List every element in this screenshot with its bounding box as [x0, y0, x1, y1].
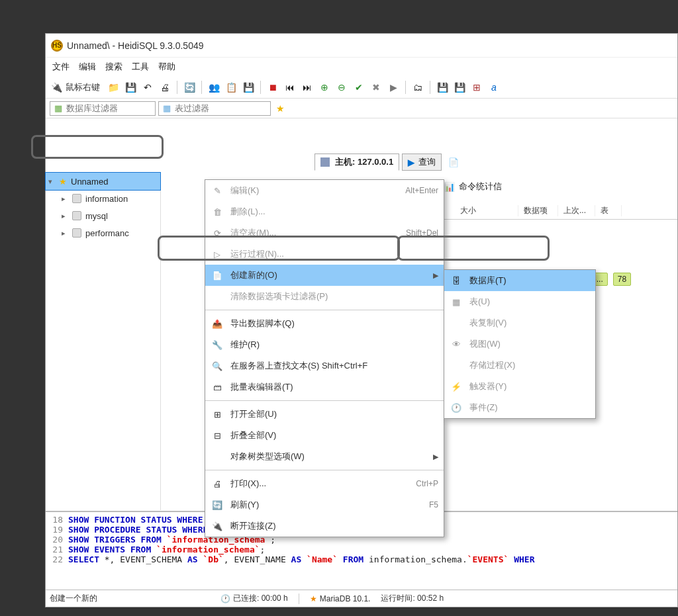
tree-db-information-schema[interactable]: ▸ information — [46, 190, 160, 207]
chart-icon: 📊 — [444, 182, 455, 192]
tree-db-label: performanc — [85, 228, 129, 238]
tab-query[interactable]: ▶ 查询 — [402, 154, 442, 171]
expand-icon[interactable]: ▸ — [62, 229, 68, 238]
cm-find-text[interactable]: 🔍在服务器上查找文本(S) Shift+Ctrl+F — [205, 355, 444, 376]
main-tabs: 主机: 127.0.0.1 ▶ 查询 📄 — [315, 152, 459, 172]
print-menu-icon: 🖨 — [211, 479, 224, 489]
cm-edit[interactable]: ✎编辑(K)Alt+Enter — [205, 180, 444, 201]
tab-add-icon[interactable]: 📄 — [448, 157, 459, 167]
cm-export[interactable]: 📤导出数据脚本(Q) — [205, 313, 444, 334]
connect-icon[interactable]: 🔌 — [50, 81, 63, 94]
save-session-icon[interactable]: 💾 — [242, 81, 255, 94]
db-filter-input[interactable]: ▦ 数据库过滤器 — [50, 101, 156, 116]
cm-maintenance[interactable]: 🔧维护(R) — [205, 334, 444, 355]
refresh-icon[interactable]: 🔄 — [183, 81, 196, 94]
add-icon[interactable]: ⊕ — [318, 81, 331, 94]
cm-export-label: 导出数据脚本(Q) — [230, 318, 438, 330]
cancel-icon[interactable]: ✖ — [369, 81, 383, 94]
run-proc-icon: ▷ — [211, 249, 224, 259]
sql-line-22: 22SELECT *, EVENT_SCHEMA AS `Db`, EVENT_… — [50, 554, 673, 564]
open-icon[interactable]: 📁 — [107, 81, 120, 94]
run-icon[interactable]: ▶ — [387, 81, 400, 94]
filter-toolbar-icon[interactable]: 🗂 — [411, 81, 424, 94]
cm-edit-shortcut: Alt+Enter — [405, 186, 438, 195]
cm-print-shortcut: Ctrl+P — [416, 479, 438, 488]
cm-refresh[interactable]: 🔄刷新(Y)F5 — [205, 494, 444, 515]
print-icon[interactable]: 🖨 — [158, 81, 171, 94]
sm-view[interactable]: 👁视图(W) — [444, 333, 595, 355]
subtab-commands[interactable]: 📊命令统计信 — [444, 178, 502, 195]
host-icon — [320, 157, 330, 167]
sm-trigger-label: 触发器(Y) — [469, 380, 507, 392]
menu-file[interactable]: 文件 — [52, 61, 70, 73]
cm-maintenance-label: 维护(R) — [230, 339, 438, 351]
first-icon[interactable]: ⏮ — [283, 81, 297, 94]
cm-print[interactable]: 🖨打印(X)...Ctrl+P — [205, 473, 444, 494]
cm-expand-all[interactable]: ⊞打开全部(U) — [205, 404, 444, 425]
th-size[interactable]: 大小 — [455, 205, 518, 216]
tree-root-unnamed[interactable]: ▾ ★ Unnamed — [46, 173, 160, 190]
menu-search[interactable]: 搜索 — [105, 61, 122, 73]
sm-copy-table[interactable]: 表复制(V) — [444, 312, 595, 333]
confirm-icon[interactable]: ✔ — [352, 81, 365, 94]
submenu-arrow-icon: ▶ — [433, 271, 438, 280]
cm-clear-filter-label: 清除数据选项卡过滤器(P) — [230, 290, 438, 302]
save-icon[interactable]: 💾 — [124, 81, 137, 94]
tab-query-label: 查询 — [418, 156, 436, 168]
disconnect-icon: 🔌 — [211, 521, 224, 531]
sm-procedure[interactable]: 存储过程(X) — [444, 355, 595, 376]
tree-root-label: Unnamed — [71, 177, 108, 187]
expand-icon[interactable]: ▸ — [62, 195, 68, 203]
separator — [177, 81, 177, 94]
submenu-arrow-icon: ▶ — [433, 453, 438, 461]
table-filter-input[interactable]: ▦ 表过滤器 — [158, 101, 271, 116]
cm-tree-options[interactable]: 对象树类型选项(W)▶ — [205, 446, 444, 467]
status-connected: 🕐已连接: 00:00 h — [220, 593, 288, 604]
cm-separator — [205, 470, 444, 470]
cm-empty[interactable]: ⟳清空表(M)...Shift+Del — [205, 222, 444, 243]
cm-bulk-editor[interactable]: 🗃批量表编辑器(T) — [205, 376, 444, 398]
tree-pane: ▾ ★ Unnamed ▸ information ▸ mysql ▸ perf… — [46, 173, 161, 510]
clipboard-icon[interactable]: 📋 — [224, 81, 238, 94]
expand-icon[interactable]: ▸ — [62, 212, 68, 220]
undo-icon[interactable]: ↶ — [141, 81, 154, 94]
cm-collapse-all[interactable]: ⊟折叠全部(V) — [205, 425, 444, 446]
user-icon[interactable]: 👥 — [207, 81, 220, 94]
sm-database[interactable]: 🗄数据库(T) — [444, 270, 595, 291]
tree-db-label: information — [85, 194, 128, 204]
mariadb-icon: ★ — [310, 594, 317, 603]
expand-icon[interactable]: ▾ — [48, 177, 55, 186]
format-icon[interactable]: a — [487, 81, 501, 94]
sm-view-label: 视图(W) — [469, 338, 501, 350]
th-tables[interactable]: 表 — [595, 205, 622, 216]
separator — [430, 81, 430, 94]
expand-all-icon: ⊞ — [211, 410, 224, 419]
menu-tools[interactable]: 工具 — [132, 61, 149, 73]
menu-help[interactable]: 帮助 — [158, 61, 175, 73]
menu-edit[interactable]: 编辑 — [79, 61, 96, 73]
cm-run[interactable]: ▷运行过程(N)... — [205, 243, 444, 265]
cm-clear-filter[interactable]: 清除数据选项卡过滤器(P) — [205, 286, 444, 307]
database-icon — [72, 211, 81, 220]
tree-db-performance-schema[interactable]: ▸ performanc — [46, 224, 160, 242]
disk-icon[interactable]: 💾 — [436, 81, 449, 94]
disk2-icon[interactable]: 💾 — [453, 81, 466, 94]
sm-procedure-label: 存储过程(X) — [469, 359, 515, 371]
cm-delete[interactable]: 🗑删除(L)... — [205, 201, 444, 222]
stop-icon[interactable]: ⏹ — [266, 81, 279, 94]
th-last[interactable]: 上次... — [558, 205, 595, 216]
cm-create[interactable]: 📄创建新的(O)▶ — [205, 265, 444, 286]
cm-disconnect[interactable]: 🔌断开连接(Z) — [205, 515, 444, 537]
th-items[interactable]: 数据项 — [518, 205, 558, 216]
tab-host[interactable]: 主机: 127.0.0.1 — [315, 154, 399, 171]
sm-event[interactable]: 🕐事件(Z) — [444, 397, 595, 418]
favorite-icon[interactable]: ★ — [276, 103, 285, 114]
sm-trigger[interactable]: ⚡触发器(Y) — [444, 376, 595, 397]
line-number: 21 — [50, 545, 63, 554]
last-icon[interactable]: ⏭ — [301, 81, 314, 94]
tree-db-mysql[interactable]: ▸ mysql — [46, 207, 160, 224]
remove-icon[interactable]: ⊖ — [335, 81, 348, 94]
sm-table[interactable]: ▦表(U) — [444, 291, 595, 312]
grid-icon[interactable]: ⊞ — [470, 81, 483, 94]
cm-print-label: 打印(X)... — [230, 478, 409, 490]
